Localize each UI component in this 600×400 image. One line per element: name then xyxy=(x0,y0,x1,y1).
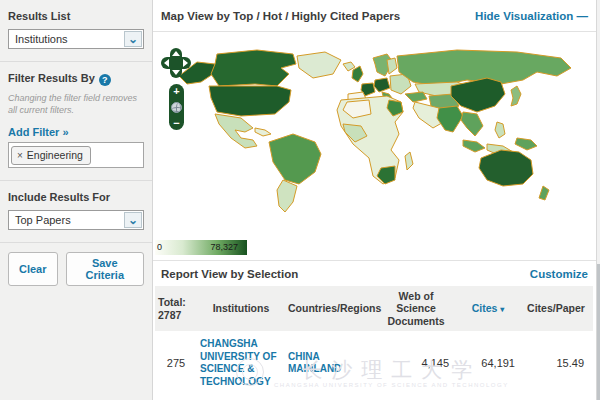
country-india xyxy=(437,106,463,132)
chevron-down-icon[interactable]: ⌄ xyxy=(124,31,142,47)
include-results-section: Include Results For Top Papers ⌄ xyxy=(0,180,152,242)
legend-min-value: 0 xyxy=(157,242,162,252)
minimize-icon: — xyxy=(577,10,589,22)
country-canada xyxy=(211,50,296,86)
country-madagascar xyxy=(405,152,413,170)
column-cites-sort[interactable]: Cites ▾ xyxy=(457,286,519,331)
zoom-out-icon[interactable]: − xyxy=(173,118,179,128)
table-header-row: Total: 2787 Institutions Countries/Regio… xyxy=(155,286,593,331)
chevron-down-icon[interactable]: ⌄ xyxy=(124,212,142,228)
country-indochina xyxy=(461,112,483,136)
hide-visualization-link[interactable]: Hide Visualization — xyxy=(475,10,588,22)
pan-down-icon[interactable] xyxy=(172,70,180,75)
country-argentina xyxy=(277,180,297,212)
include-results-label: Include Results For xyxy=(8,191,144,203)
sidebar-buttons: Clear Save Criteria xyxy=(0,242,152,295)
filter-list-box: ×Engineering xyxy=(8,142,144,168)
column-institutions: Institutions xyxy=(197,286,285,331)
sort-desc-icon: ▾ xyxy=(500,305,504,314)
country-brazil xyxy=(269,134,321,184)
globe-icon[interactable] xyxy=(171,102,182,113)
filter-tag-engineering[interactable]: ×Engineering xyxy=(11,146,91,165)
include-results-selected: Top Papers xyxy=(15,214,71,226)
legend-gradient-bar: 0 78,327 xyxy=(155,240,247,255)
map-legend: 0 78,327 xyxy=(153,238,600,260)
country-new-zealand xyxy=(539,186,549,200)
country-greenland xyxy=(297,52,341,78)
clear-button[interactable]: Clear xyxy=(8,252,58,286)
world-map[interactable]: + − xyxy=(153,32,600,238)
total-header: Total: 2787 xyxy=(155,286,197,331)
results-list-selected: Institutions xyxy=(15,33,68,45)
country-usa xyxy=(209,86,291,116)
papers-count: 275 xyxy=(155,331,197,395)
save-criteria-button[interactable]: Save Criteria xyxy=(66,252,144,286)
include-results-dropdown[interactable]: Top Papers ⌄ xyxy=(8,210,144,230)
country-mexico xyxy=(215,114,257,148)
close-icon[interactable]: × xyxy=(17,150,23,161)
help-icon[interactable]: ? xyxy=(99,74,111,86)
map-view-header: Map View by Top / Hot / Highly Cited Pap… xyxy=(153,0,600,32)
results-list-dropdown[interactable]: Institutions ⌄ xyxy=(8,29,144,49)
country-new-guinea xyxy=(515,138,537,150)
pan-right-icon[interactable] xyxy=(183,59,188,67)
scrollbar[interactable] xyxy=(596,0,600,400)
legend-max-value: 78,327 xyxy=(210,242,238,252)
country-philippines xyxy=(495,122,505,138)
results-list-label: Results List xyxy=(8,10,144,22)
cites-per-paper-value: 15.49 xyxy=(519,331,593,395)
country-turkey xyxy=(405,92,427,102)
customize-link[interactable]: Customize xyxy=(530,268,588,280)
column-documents: Web of Science Documents xyxy=(375,286,457,331)
table-row: 275 CHANGSHA UNIVERSITY OF SCIENCE & TEC… xyxy=(155,331,593,395)
choropleth-map xyxy=(157,34,587,236)
institution-link[interactable]: CHANGSHA UNIVERSITY OF SCIENCE & TECHNOL… xyxy=(200,338,282,388)
country-australia xyxy=(479,150,533,186)
map-zoom-control[interactable]: + − xyxy=(169,84,184,130)
column-cites-per-paper: Cites/Paper xyxy=(519,286,593,331)
documents-value: 4,145 xyxy=(375,331,457,395)
country-germany xyxy=(374,78,390,92)
filter-tag-label: Engineering xyxy=(27,149,83,161)
country-link[interactable]: CHINA MAINLAND xyxy=(288,351,372,376)
map-pan-control[interactable] xyxy=(161,48,191,78)
column-countries: Countries/Regions xyxy=(285,286,375,331)
country-caribbean xyxy=(255,128,271,136)
report-view-header: Report View by Selection Customize xyxy=(153,260,600,286)
country-indonesia-1 xyxy=(463,140,485,152)
total-count: 2787 xyxy=(158,309,194,321)
filter-label: Filter Results By? xyxy=(8,72,144,86)
report-view-title: Report View by Selection xyxy=(161,268,298,280)
pan-left-icon[interactable] xyxy=(164,59,169,67)
zoom-in-icon[interactable]: + xyxy=(173,86,179,96)
filter-section: Filter Results By? Changing the filter f… xyxy=(0,61,152,180)
filter-note: Changing the filter field removes all cu… xyxy=(8,93,144,116)
country-uk xyxy=(352,66,363,82)
country-finland xyxy=(387,58,397,74)
cites-value: 64,191 xyxy=(457,331,519,395)
results-table: Total: 2787 Institutions Countries/Regio… xyxy=(155,286,593,395)
add-filter-link[interactable]: Add Filter » xyxy=(8,126,69,138)
app-window: Results List Institutions ⌄ Filter Resul… xyxy=(0,0,600,400)
sidebar: Results List Institutions ⌄ Filter Resul… xyxy=(0,0,153,400)
pan-up-icon[interactable] xyxy=(172,51,180,56)
map-view-title: Map View by Top / Hot / Highly Cited Pap… xyxy=(161,10,400,22)
results-list-section: Results List Institutions ⌄ xyxy=(0,0,152,61)
country-japan xyxy=(511,86,521,106)
main-panel: Map View by Top / Hot / Highly Cited Pap… xyxy=(153,0,600,400)
